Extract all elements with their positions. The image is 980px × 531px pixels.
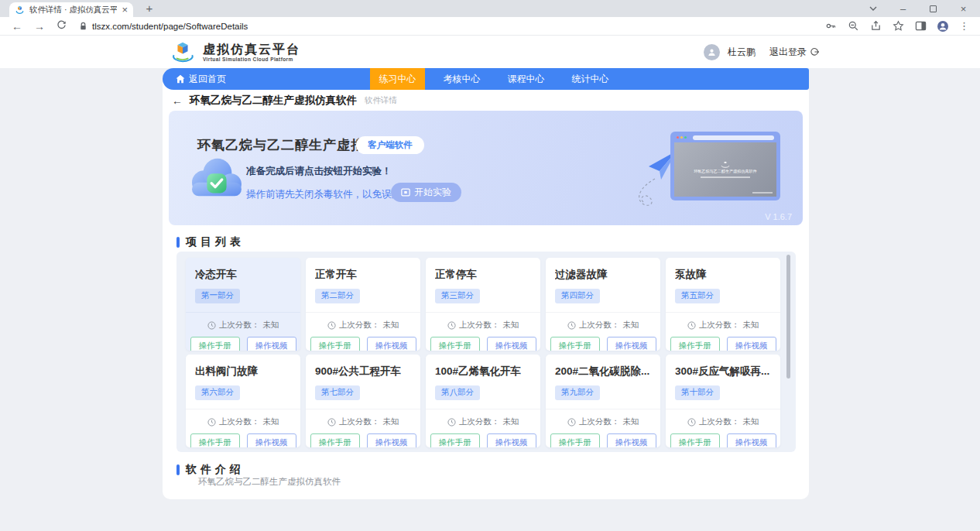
- password-key-icon[interactable]: [824, 20, 837, 33]
- tab-title: 软件详情 · 虚拟仿真云平台: [29, 5, 117, 15]
- side-panel-icon[interactable]: [914, 20, 927, 33]
- start-experiment-button[interactable]: 开始实验: [391, 183, 461, 202]
- software-banner: 环氧乙烷与乙二醇生产虚拟仿真软件 客户端软件 准备完成后请点击按钮开始实验！ 操…: [169, 111, 803, 225]
- back-button[interactable]: ←: [12, 21, 22, 32]
- project-card-9[interactable]: 200#二氧化碳脱除... 第九部分 上次分数：未知 操作手册 操作视频: [546, 355, 660, 447]
- video-button[interactable]: 操作视频: [487, 433, 536, 447]
- nav-tab-courses[interactable]: 课程中心: [499, 68, 553, 90]
- bookmark-star-icon[interactable]: [892, 20, 904, 33]
- back-arrow-icon[interactable]: ←: [172, 94, 183, 107]
- project-card-3[interactable]: 正常停车 第三部分 上次分数：未知 操作手册 操作视频: [426, 258, 540, 351]
- video-button[interactable]: 操作视频: [367, 433, 416, 447]
- project-card-7[interactable]: 900#公共工程开车 第七部分 上次分数：未知 操作手册 操作视频: [306, 355, 420, 447]
- project-card-title: 过滤器故障: [555, 268, 651, 282]
- launch-screen-icon: [401, 188, 410, 197]
- site-header: 虚拟仿真云平台 Virtual Simulation Cloud Platfor…: [0, 36, 980, 68]
- manual-button[interactable]: 操作手册: [670, 337, 720, 351]
- manual-button[interactable]: 操作手册: [670, 433, 720, 447]
- browser-window: 软件详情 · 虚拟仿真云平台 × + – × ← → tlszx.com/stu…: [0, 0, 980, 531]
- video-button[interactable]: 操作视频: [247, 433, 296, 447]
- project-part-badge: 第五部分: [675, 289, 720, 303]
- project-card-4[interactable]: 过滤器故障 第四部分 上次分数：未知 操作手册 操作视频: [546, 258, 660, 351]
- project-card-title: 泵故障: [675, 268, 771, 282]
- nav-tab-assessment[interactable]: 考核中心: [434, 68, 489, 90]
- manual-button[interactable]: 操作手册: [190, 337, 240, 351]
- manual-button[interactable]: 操作手册: [550, 337, 600, 351]
- clock-icon: [327, 321, 336, 330]
- new-tab-button[interactable]: +: [142, 2, 156, 15]
- home-icon: [176, 74, 185, 84]
- last-score: 上次分数：未知: [666, 416, 780, 427]
- logo-title: 虚拟仿真云平台: [203, 43, 300, 57]
- last-score: 上次分数：未知: [546, 416, 660, 427]
- project-card-10[interactable]: 300#反应气解吸再... 第十部分 上次分数：未知 操作手册 操作视频: [666, 355, 780, 447]
- video-button[interactable]: 操作视频: [247, 337, 296, 351]
- last-score: 上次分数：未知: [546, 320, 660, 331]
- project-list-title: 项目列表: [186, 235, 245, 249]
- site-logo[interactable]: 虚拟仿真云平台 Virtual Simulation Cloud Platfor…: [169, 39, 300, 65]
- software-intro-heading: 软件介绍: [176, 463, 245, 477]
- breadcrumb-suffix: 软件详情: [365, 95, 397, 106]
- project-part-badge: 第一部分: [195, 289, 240, 303]
- site-favicon-icon: [15, 5, 25, 15]
- video-button[interactable]: 操作视频: [367, 337, 416, 351]
- share-icon[interactable]: [869, 20, 882, 33]
- manual-button[interactable]: 操作手册: [430, 433, 480, 447]
- main-nav: 返回首页 练习中心 考核中心 课程中心 统计中心: [163, 68, 809, 90]
- clock-icon: [327, 418, 336, 427]
- project-card-8[interactable]: 100#乙烯氧化开车 第八部分 上次分数：未知 操作手册 操作视频: [426, 355, 540, 447]
- clock-icon: [207, 418, 216, 427]
- nav-tab-statistics[interactable]: 统计中心: [563, 68, 618, 90]
- zoom-icon[interactable]: [847, 20, 859, 33]
- project-card-title: 100#乙烯氧化开车: [435, 365, 531, 379]
- video-button[interactable]: 操作视频: [727, 433, 776, 447]
- manual-button[interactable]: 操作手册: [550, 433, 600, 447]
- project-list-scrollbar[interactable]: [786, 255, 790, 379]
- project-part-badge: 第六部分: [195, 385, 240, 400]
- project-part-badge: 第十部分: [675, 385, 720, 400]
- project-card-6[interactable]: 出料阀门故障 第六部分 上次分数：未知 操作手册 操作视频: [186, 355, 300, 447]
- video-button[interactable]: 操作视频: [487, 337, 536, 351]
- logo-subtitle: Virtual Simulation Cloud Platform: [203, 57, 300, 62]
- forward-button[interactable]: →: [34, 21, 45, 32]
- last-score: 上次分数：未知: [186, 416, 300, 427]
- tab-search-chevron-icon[interactable]: [858, 0, 888, 17]
- restore-button[interactable]: [918, 0, 948, 17]
- browser-tab[interactable]: 软件详情 · 虚拟仿真云平台 ×: [9, 2, 133, 17]
- nav-tab-practice[interactable]: 练习中心: [370, 68, 425, 90]
- video-button[interactable]: 操作视频: [727, 337, 776, 351]
- window-close-button[interactable]: ×: [948, 0, 978, 17]
- project-part-badge: 第九部分: [555, 385, 600, 400]
- breadcrumb-title: 环氧乙烷与乙二醇生产虚拟仿真软件: [190, 94, 357, 108]
- video-button[interactable]: 操作视频: [607, 433, 656, 447]
- client-software-badge: 客户端软件: [356, 136, 424, 154]
- reload-button[interactable]: [57, 20, 67, 32]
- project-part-badge: 第八部分: [435, 385, 480, 400]
- last-score: 上次分数：未知: [306, 320, 420, 331]
- menu-kebab-icon[interactable]: ⋮: [959, 20, 969, 32]
- project-card-5[interactable]: 泵故障 第五部分 上次分数：未知 操作手册 操作视频: [666, 258, 780, 351]
- video-button[interactable]: 操作视频: [607, 337, 656, 351]
- logout-button[interactable]: 退出登录: [769, 46, 819, 59]
- section-bar: [176, 237, 180, 248]
- url-text[interactable]: tlszx.com/student/page/SoftwareDetails: [92, 22, 248, 31]
- lock-icon[interactable]: [79, 22, 87, 31]
- project-card-title: 正常开车: [315, 268, 411, 282]
- manual-button[interactable]: 操作手册: [430, 337, 480, 351]
- site-logo-icon: [169, 39, 197, 65]
- project-card-2[interactable]: 正常开车 第二部分 上次分数：未知 操作手册 操作视频: [306, 258, 420, 351]
- project-card-1[interactable]: 冷态开车 第一部分 上次分数：未知 操作手册 操作视频: [186, 258, 300, 351]
- minimize-button[interactable]: –: [888, 0, 918, 17]
- project-card-title: 冷态开车: [195, 268, 291, 282]
- last-score: 上次分数：未知: [306, 416, 420, 427]
- project-card-title: 300#反应气解吸再...: [675, 365, 771, 379]
- profile-avatar-icon[interactable]: [937, 20, 949, 33]
- clock-icon: [567, 321, 576, 330]
- software-preview-screenshot: 环氧乙烷与乙二醇生产虚拟仿真软件: [674, 142, 776, 197]
- nav-home-button[interactable]: 返回首页: [163, 73, 226, 86]
- tab-close-icon[interactable]: ×: [122, 5, 128, 15]
- clock-icon: [207, 321, 216, 330]
- manual-button[interactable]: 操作手册: [310, 337, 360, 351]
- manual-button[interactable]: 操作手册: [310, 433, 360, 447]
- manual-button[interactable]: 操作手册: [190, 433, 240, 447]
